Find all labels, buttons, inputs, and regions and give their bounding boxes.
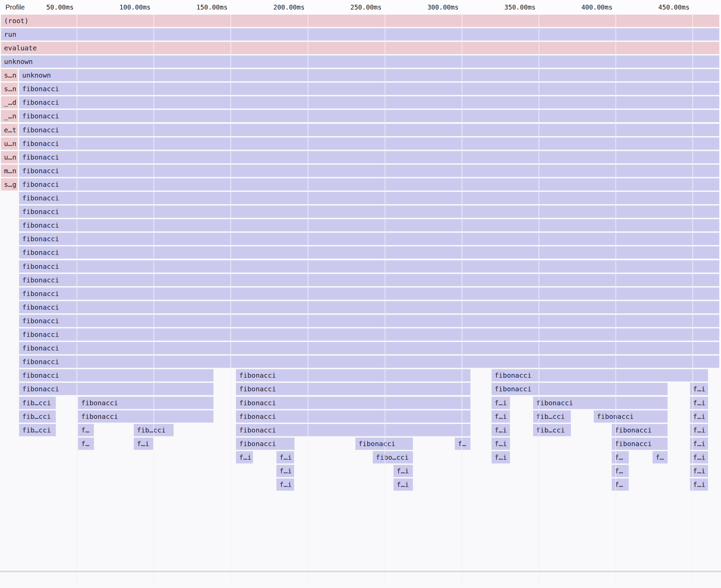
frame-box[interactable]: u…n — [1, 137, 18, 150]
frame-box[interactable]: fibonacci — [78, 397, 213, 409]
frame-box[interactable]: fibonacci — [78, 410, 213, 423]
frame-box[interactable]: fib…cci — [19, 410, 56, 423]
frame-label: fib…cci — [19, 410, 56, 423]
frame-box[interactable]: fibonacci — [19, 110, 719, 122]
frame-label: fibonacci — [612, 424, 667, 436]
frame-label: fibonacci — [19, 246, 719, 259]
frame-box[interactable]: fibonacci — [19, 328, 719, 341]
frame-box[interactable]: fibonacci — [19, 233, 719, 245]
frame-box[interactable]: fibonacci — [236, 383, 470, 395]
frame-label: f…i — [394, 465, 413, 477]
frame-box[interactable]: fibonacci — [19, 96, 719, 109]
frame-label: fibonacci — [236, 397, 470, 409]
frame-box[interactable]: m…n — [1, 165, 18, 177]
frame-box[interactable]: _…n — [1, 110, 18, 122]
timeline-ruler[interactable]: Profile 50.00ms100.00ms150.00ms200.00ms2… — [0, 0, 721, 14]
frame-box[interactable]: run — [1, 28, 719, 40]
frame-box[interactable]: fibonacci — [236, 369, 470, 381]
frame-box[interactable]: fibonacci — [533, 397, 668, 409]
frame-box[interactable]: _…d — [1, 96, 18, 109]
stack-chart[interactable]: (root)runevaluateunknowns…nunknowns…nfib… — [0, 14, 721, 585]
frame-label: run — [1, 28, 719, 40]
frame-box[interactable]: e…t — [1, 124, 18, 136]
frame-label: s…n — [1, 69, 18, 81]
frame-box[interactable]: fibonacci — [236, 438, 294, 450]
frame-box[interactable]: fibonacci — [492, 369, 708, 381]
frame-box[interactable]: evaluate — [1, 42, 719, 54]
frame-box[interactable]: fibonacci — [594, 410, 667, 423]
frame-label: fibonacci — [236, 438, 294, 450]
frame-box[interactable]: f…i — [134, 438, 153, 450]
frame-box[interactable]: f… — [653, 451, 668, 463]
frame-box[interactable]: fibonacci — [19, 260, 719, 273]
frame-box[interactable]: f… — [78, 438, 94, 450]
frame-box[interactable]: fibonacci — [19, 137, 719, 150]
frame-box[interactable]: fib…cci — [19, 424, 56, 436]
bottom-margin — [0, 572, 721, 574]
frame-box[interactable]: f…i — [276, 478, 294, 491]
frame-box[interactable]: f…i — [492, 424, 510, 436]
frame-box[interactable]: (root) — [1, 15, 719, 27]
frame-label: fibonacci — [19, 178, 719, 191]
frame-box[interactable]: f…i — [394, 465, 413, 477]
frame-box[interactable]: f…i — [492, 410, 510, 423]
frame-box[interactable]: fibonacci — [19, 219, 719, 231]
frame-box[interactable]: f…i — [236, 451, 253, 463]
frame-box[interactable]: fibonacci — [19, 274, 719, 286]
frame-box[interactable]: f… — [455, 438, 470, 450]
frame-box[interactable]: fibonacci — [236, 410, 470, 423]
frame-box[interactable]: fibonacci — [236, 397, 470, 409]
frame-box[interactable]: f…i — [492, 451, 510, 463]
frame-box[interactable]: fibonacci — [612, 424, 667, 436]
frame-label: e…t — [1, 124, 18, 136]
frame-label: fibonacci — [19, 110, 719, 122]
frame-box[interactable]: s…g — [1, 178, 18, 191]
frame-box[interactable]: f…i — [394, 478, 413, 491]
frame-box[interactable]: fibonacci — [236, 424, 470, 436]
frame-label: fibonacci — [19, 301, 719, 313]
frame-box[interactable]: fibonacci — [19, 192, 719, 204]
frame-box[interactable]: fibonacci — [19, 288, 719, 300]
frame-box[interactable]: fibonacci — [355, 438, 413, 450]
frame-box[interactable]: fibonacci — [19, 383, 213, 395]
frame-box[interactable]: f…i — [492, 438, 510, 450]
frame-box[interactable]: f… — [78, 424, 94, 436]
frame-box[interactable]: f… — [612, 465, 629, 477]
gridline-overlay — [692, 14, 693, 585]
gridline-overlay — [154, 14, 154, 585]
frame-box[interactable]: f…i — [276, 465, 294, 477]
frame-box[interactable]: unknown — [1, 55, 719, 68]
frame-box[interactable]: fibonacci — [19, 165, 719, 177]
frame-box[interactable]: f… — [612, 478, 629, 491]
frame-label: u…n — [1, 151, 18, 163]
frame-box[interactable]: fibonacci — [492, 383, 668, 395]
frame-box[interactable]: unknown — [19, 69, 719, 81]
gridline-overlay — [77, 14, 77, 585]
frame-box[interactable]: fib…cci — [19, 397, 56, 409]
frame-box[interactable]: fibonacci — [19, 369, 213, 381]
frame-box[interactable]: fibonacci — [19, 246, 719, 259]
frame-box[interactable]: fibonacci — [19, 356, 719, 368]
frame-box[interactable]: fibonacci — [19, 301, 719, 313]
frame-box[interactable]: fibonacci — [19, 206, 719, 218]
frame-label: f…i — [492, 451, 510, 463]
frame-box[interactable]: s…n — [1, 83, 18, 95]
frame-box[interactable]: fibonacci — [19, 83, 719, 95]
frame-box[interactable]: u…n — [1, 151, 18, 163]
frame-box[interactable]: fibonacci — [19, 151, 719, 163]
frame-label: _…d — [1, 96, 18, 109]
frame-label: fib…cci — [19, 424, 56, 436]
frame-label: fibonacci — [533, 397, 668, 409]
frame-box[interactable]: fibonacci — [19, 124, 719, 136]
frame-box[interactable]: fibonacci — [19, 178, 719, 191]
frame-label: f…i — [492, 424, 510, 436]
frame-box[interactable]: fibonacci — [19, 315, 719, 327]
frame-box[interactable]: fibo…cci — [373, 451, 413, 463]
frame-box[interactable]: f…i — [492, 397, 510, 409]
frame-box[interactable]: fibonacci — [19, 342, 719, 354]
frame-box[interactable]: f…i — [276, 451, 294, 463]
frame-box[interactable]: f… — [612, 451, 629, 463]
frame-box[interactable]: s…n — [1, 69, 18, 81]
frame-label: f…i — [276, 451, 294, 463]
frame-box[interactable]: fibonacci — [612, 438, 667, 450]
